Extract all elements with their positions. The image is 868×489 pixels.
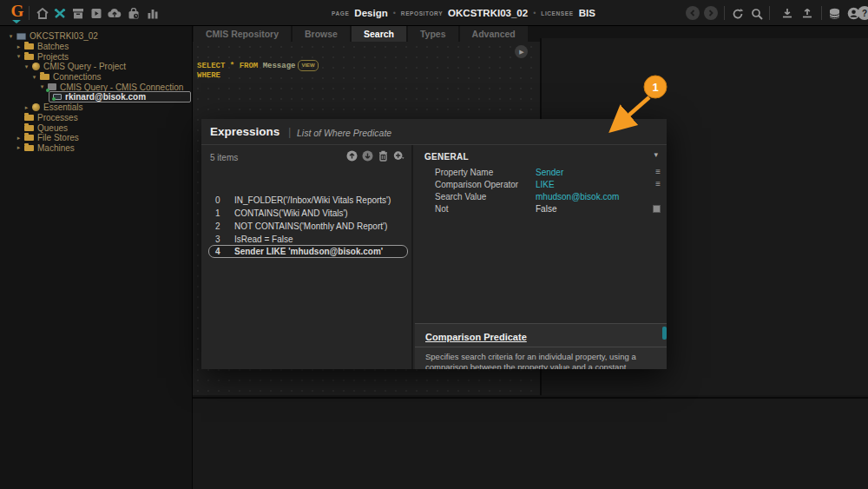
refresh-icon[interactable] bbox=[730, 6, 745, 21]
meta-dot: • bbox=[393, 9, 396, 17]
expression-index: 3 bbox=[215, 235, 227, 244]
expand-arrow-icon[interactable] bbox=[38, 83, 46, 90]
account-icon bbox=[53, 94, 62, 100]
expand-arrow-icon[interactable] bbox=[15, 53, 23, 60]
menu-icon[interactable]: ≡ bbox=[655, 167, 661, 176]
expression-row-selected[interactable]: 4 Sender LIKE 'mhudson@bisok.com' bbox=[201, 245, 411, 258]
expand-arrow-icon[interactable] bbox=[15, 144, 23, 151]
cloud-upload-icon[interactable] bbox=[107, 6, 122, 21]
tree-item-processes[interactable]: Processes bbox=[0, 113, 193, 123]
tab-search[interactable]: Search bbox=[352, 26, 406, 42]
tab-types[interactable]: Types bbox=[408, 26, 458, 42]
add-icon[interactable] bbox=[393, 150, 404, 162]
move-down-icon[interactable] bbox=[362, 150, 373, 162]
tab-label: Browse bbox=[305, 29, 338, 39]
property-value[interactable]: False bbox=[536, 204, 556, 214]
upload-icon[interactable] bbox=[799, 6, 814, 21]
app-window: G PAGE Design • REPOSITORY OKCSTRKI03_02 bbox=[0, 0, 868, 489]
expand-arrow-icon[interactable] bbox=[7, 33, 15, 40]
run-query-button[interactable]: ▶ bbox=[515, 45, 528, 58]
tree-item-label: rkinard@bisok.com bbox=[65, 92, 146, 102]
expression-index: 1 bbox=[215, 208, 227, 218]
licensee-value: BIS bbox=[579, 8, 595, 18]
property-value[interactable]: LIKE bbox=[536, 180, 555, 189]
tree-item-label: Essentials bbox=[43, 102, 83, 112]
page-value: Design bbox=[354, 8, 387, 18]
tree-item-repository[interactable]: OKCSTRKI03_02 bbox=[0, 31, 193, 42]
menu-icon[interactable]: ≡ bbox=[655, 179, 661, 188]
expand-arrow-icon[interactable] bbox=[23, 63, 30, 70]
tree-item-essentials[interactable]: Essentials bbox=[0, 102, 193, 113]
tools-icon[interactable] bbox=[52, 6, 67, 21]
expand-arrow-icon[interactable] bbox=[15, 135, 23, 142]
dialog-title-separator: | bbox=[288, 125, 291, 138]
repository-label: REPOSITORY bbox=[401, 10, 443, 17]
property-label: Not bbox=[435, 204, 449, 214]
property-label: Search Value bbox=[435, 192, 486, 202]
property-row-operator: Comparison Operator LIKE ≡ bbox=[413, 180, 667, 192]
sql-keyword-select: SELECT bbox=[197, 62, 225, 70]
box-play-icon[interactable] bbox=[89, 6, 103, 21]
tab-label: CMIS Repository bbox=[206, 29, 279, 39]
nav-forward-icon[interactable] bbox=[704, 6, 718, 20]
play-icon: ▶ bbox=[519, 49, 523, 56]
download-icon[interactable] bbox=[779, 6, 794, 21]
archive-icon[interactable] bbox=[70, 6, 85, 21]
folder-icon bbox=[24, 125, 34, 131]
bag-icon[interactable] bbox=[126, 6, 141, 21]
database-icon[interactable] bbox=[827, 6, 842, 21]
scrollbar-thumb[interactable] bbox=[662, 327, 667, 340]
home-icon[interactable] bbox=[35, 6, 49, 21]
chevron-down-icon[interactable]: ▾ bbox=[654, 150, 658, 159]
expression-row[interactable]: 0 IN_FOLDER('/Inbox/Wiki Vitals Reports'… bbox=[201, 194, 411, 207]
project-tree: OKCSTRKI03_02 Batches Projects CMIS Quer… bbox=[0, 31, 193, 153]
property-label: Comparison Operator bbox=[435, 180, 518, 189]
tree-item-connections[interactable]: Connections bbox=[0, 72, 193, 83]
tab-browse[interactable]: Browse bbox=[293, 26, 350, 42]
expression-row[interactable]: 2 NOT CONTAINS('Monthly AND Report') bbox=[201, 220, 411, 233]
nav-back-icon[interactable] bbox=[686, 6, 700, 20]
properties-panel: GENERAL ▾ Property Name Sender ≡ Compari… bbox=[411, 145, 667, 369]
tree-item-machines[interactable]: Machines bbox=[0, 143, 193, 154]
folder-icon bbox=[24, 145, 34, 151]
search-icon[interactable] bbox=[749, 6, 764, 21]
app-logo[interactable]: G bbox=[8, 2, 27, 24]
expression-row[interactable]: 3 IsRead = False bbox=[201, 233, 411, 246]
sql-query-text[interactable]: SELECT * FROM MessageVIEW WHERE bbox=[197, 60, 319, 81]
checkbox-icon[interactable] bbox=[653, 205, 661, 213]
tab-label: Types bbox=[420, 29, 446, 39]
folder-icon bbox=[24, 135, 34, 141]
tree-item-queues[interactable]: Queues bbox=[0, 122, 193, 133]
tree-item-label: File Stores bbox=[37, 133, 79, 142]
tab-advanced[interactable]: Advanced bbox=[460, 26, 528, 42]
items-count: 5 items bbox=[210, 153, 238, 162]
move-up-icon[interactable] bbox=[346, 150, 358, 162]
expression-list-panel: 5 items 0 IN_FOLDER('/Inbox/Wiki Vitals … bbox=[201, 145, 411, 369]
tab-cmis-repository[interactable]: CMIS Repository bbox=[194, 26, 291, 42]
tree-item-cmis-query-project[interactable]: CMIS Query - Project bbox=[0, 62, 193, 72]
expand-arrow-icon[interactable] bbox=[30, 74, 38, 81]
property-value[interactable]: Sender bbox=[536, 168, 563, 177]
help-icon[interactable]: ? bbox=[858, 6, 868, 20]
tree-item-label: OKCSTRKI03_02 bbox=[30, 31, 98, 41]
tree-item-file-stores[interactable]: File Stores bbox=[0, 133, 193, 143]
expression-row[interactable]: 1 CONTAINS('Wiki AND Vitals') bbox=[201, 207, 411, 220]
expand-arrow-icon[interactable] bbox=[15, 43, 23, 50]
sql-keyword-where: WHERE bbox=[197, 71, 220, 80]
tree-item-label: CMIS Query - CMIS Connection bbox=[60, 83, 183, 92]
dialog-header: Expressions | List of Where Predicate OK… bbox=[201, 119, 667, 145]
divider bbox=[821, 6, 822, 20]
help-glyph: ? bbox=[862, 9, 867, 18]
tree-item-account-selected[interactable]: rkinard@bisok.com bbox=[0, 92, 193, 102]
expand-arrow-icon[interactable] bbox=[23, 104, 30, 111]
delete-icon[interactable] bbox=[378, 150, 389, 162]
tab-label: Search bbox=[364, 29, 394, 39]
divider bbox=[415, 347, 667, 347]
bar-chart-icon[interactable] bbox=[145, 6, 160, 21]
tree-item-label: Projects bbox=[37, 52, 69, 62]
tree-item-projects[interactable]: Projects bbox=[0, 51, 193, 62]
expression-text: NOT CONTAINS('Monthly AND Report') bbox=[234, 221, 387, 231]
tree-item-batches[interactable]: Batches bbox=[0, 42, 193, 52]
property-value[interactable]: mhudson@bisok.com bbox=[536, 192, 619, 202]
divider bbox=[769, 6, 770, 20]
